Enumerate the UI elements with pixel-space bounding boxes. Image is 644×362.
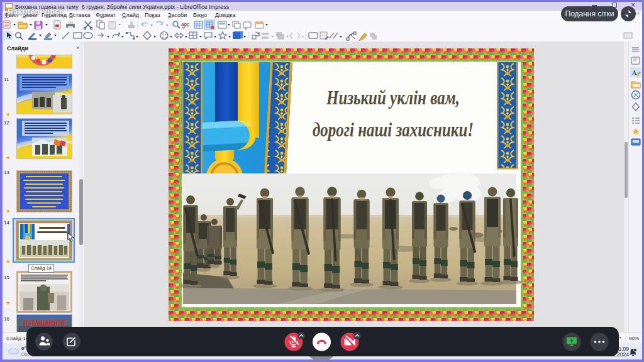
svg-text:A: A bbox=[632, 69, 637, 76]
svg-text:слава: слава bbox=[53, 152, 62, 156]
svg-text:Я ПИШАЮСЯ: Я ПИШАЮСЯ bbox=[23, 320, 65, 327]
